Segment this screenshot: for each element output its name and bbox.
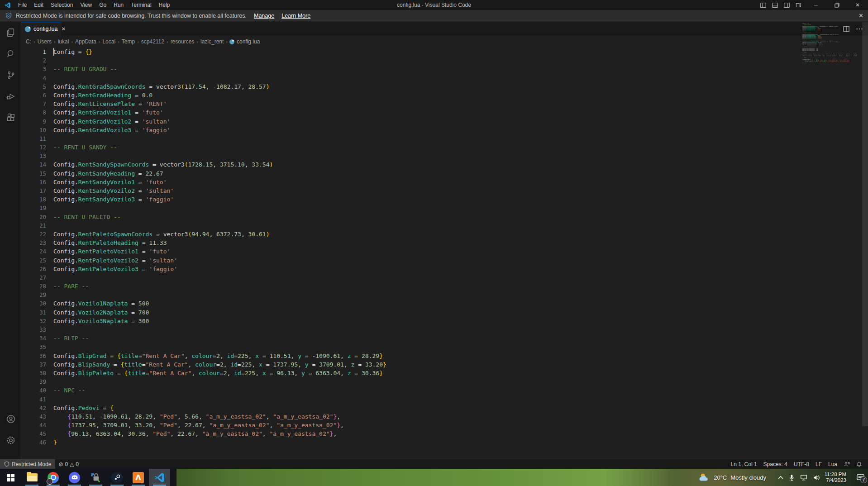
code-line-13[interactable]: 13 <box>21 152 868 160</box>
feedback-icon[interactable] <box>840 461 853 467</box>
toggle-sidebar-icon[interactable] <box>760 2 766 8</box>
menu-view[interactable]: View <box>76 0 95 10</box>
notifications-bell-icon[interactable] <box>853 461 865 467</box>
code-line-8[interactable]: 8Config.RentGradVozilo1 = 'futo' <box>21 108 868 117</box>
code-line-32[interactable]: 32Config.Vozilo3Naplata = 300 <box>21 317 868 325</box>
menu-run[interactable]: Run <box>110 0 127 10</box>
code-line-18[interactable]: 18Config.RentSandyVozilo3 = 'faggio' <box>21 195 868 204</box>
code-line-4[interactable]: 4 <box>21 74 868 82</box>
breadcrumb-item[interactable]: C: <box>25 38 32 45</box>
breadcrumb-item[interactable]: lazic_rent <box>200 38 224 45</box>
code-line-34[interactable]: 34-- BLIP -- <box>21 334 868 343</box>
file-explorer-icon[interactable] <box>21 469 43 486</box>
restore-button[interactable] <box>826 0 847 10</box>
breadcrumb-item[interactable]: Local <box>102 38 116 45</box>
notification-center[interactable]: 7 <box>853 469 868 486</box>
code-line-21[interactable]: 21 <box>21 221 868 230</box>
lock-transfer-app-icon[interactable] <box>85 469 106 486</box>
toggle-panel-icon[interactable] <box>772 2 778 8</box>
menu-selection[interactable]: Selection <box>47 0 76 10</box>
code-line-1[interactable]: 1Config = {} <box>21 48 868 56</box>
chrome-icon[interactable] <box>43 469 64 486</box>
breadcrumb-item[interactable]: AppData <box>75 38 97 45</box>
microphone-icon[interactable] <box>789 474 794 481</box>
code-line-22[interactable]: 22Config.RentPaletoSpawnCoords = vector3… <box>21 230 868 238</box>
code-line-28[interactable]: 28-- PARE -- <box>21 282 868 291</box>
encoding-status[interactable]: UTF-8 <box>791 461 812 467</box>
vertical-scrollbar[interactable] <box>862 22 868 426</box>
source-control-icon[interactable] <box>0 64 21 86</box>
close-window-button[interactable]: ✕ <box>847 0 868 10</box>
tab-config-lua[interactable]: config.lua ✕ <box>21 22 62 36</box>
tray-chevron-icon[interactable] <box>778 476 783 479</box>
code-line-26[interactable]: 26Config.RentPaletoVozilo3 = 'faggio' <box>21 265 868 273</box>
breadcrumb-item[interactable]: Users <box>37 38 52 45</box>
cursor-position-status[interactable]: Ln 1, Col 1 <box>728 461 760 467</box>
breadcrumb-file[interactable]: config.lua <box>229 38 260 45</box>
code-line-29[interactable]: 29 <box>21 291 868 299</box>
code-line-5[interactable]: 5Config.RentGradSpawnCoords = vector3(11… <box>21 82 868 91</box>
start-button[interactable] <box>0 469 21 486</box>
extensions-icon[interactable] <box>0 107 21 128</box>
code-line-43[interactable]: 43 {110.51, -1090.61, 28.29, "Ped", 5.66… <box>21 412 868 421</box>
code-line-42[interactable]: 42Config.Pedovi = { <box>21 404 868 412</box>
breadcrumb-item[interactable]: scp42112 <box>141 38 165 45</box>
code-line-38[interactable]: 38Config.BlipPaleto = {title="Rent A Car… <box>21 369 868 377</box>
settings-gear-icon[interactable] <box>0 429 21 451</box>
code-line-37[interactable]: 37Config.BlipSandy = {title="Rent A Car"… <box>21 360 868 369</box>
breadcrumb-item[interactable]: lukal <box>57 38 70 45</box>
run-debug-icon[interactable] <box>0 86 21 107</box>
code-line-11[interactable]: 11 <box>21 134 868 143</box>
discord-icon[interactable] <box>64 469 85 486</box>
manage-link[interactable]: Manage <box>254 13 274 19</box>
toggle-secondary-sidebar-icon[interactable] <box>784 2 790 8</box>
code-line-15[interactable]: 15Config.RentSandyHeading = 22.67 <box>21 169 868 178</box>
code-line-46[interactable]: 46} <box>21 438 868 447</box>
code-line-36[interactable]: 36Config.BlipGrad = {title="Rent A Car",… <box>21 352 868 360</box>
minimap[interactable]: Config = {}-- RENT U GRADU --Config.Rent… <box>802 23 862 385</box>
code-line-17[interactable]: 17Config.RentSandyVozilo2 = 'sultan' <box>21 186 868 195</box>
network-icon[interactable] <box>800 475 807 481</box>
speaker-icon[interactable] <box>813 475 820 481</box>
clock[interactable]: 11:28 PM 7/4/2023 <box>825 472 846 483</box>
code-line-2[interactable]: 2 <box>21 56 868 65</box>
code-line-24[interactable]: 24Config.RentPaletoVozilo1 = 'futo' <box>21 247 868 256</box>
code-line-41[interactable]: 41 <box>21 395 868 404</box>
steam-icon[interactable] <box>106 469 128 486</box>
breadcrumb-item[interactable]: resources <box>170 38 195 45</box>
code-line-30[interactable]: 30Config.Vozilo1Naplata = 500 <box>21 299 868 308</box>
code-line-33[interactable]: 33 <box>21 325 868 334</box>
code-line-23[interactable]: 23Config.RentPaletoHeading = 11.33 <box>21 238 868 247</box>
search-icon[interactable] <box>0 43 21 64</box>
code-line-31[interactable]: 31Config.Vozilo2Naplata = 700 <box>21 308 868 317</box>
eol-status[interactable]: LF <box>812 461 825 467</box>
menu-go[interactable]: Go <box>95 0 110 10</box>
indentation-status[interactable]: Spaces: 4 <box>760 461 791 467</box>
orange-a-app-icon[interactable]: Λ <box>128 469 149 486</box>
weather-widget[interactable]: 20°C Mostly cloudy <box>698 469 766 486</box>
explorer-icon[interactable] <box>0 22 21 43</box>
code-line-12[interactable]: 12-- RENT U SANDY -- <box>21 143 868 152</box>
code-line-6[interactable]: 6Config.RentGradHeading = 0.0 <box>21 91 868 100</box>
code-line-35[interactable]: 35 <box>21 343 868 351</box>
code-line-40[interactable]: 40-- NPC -- <box>21 386 868 395</box>
menu-help[interactable]: Help <box>155 0 174 10</box>
menu-terminal[interactable]: Terminal <box>127 0 155 10</box>
code-line-19[interactable]: 19 <box>21 204 868 212</box>
vscode-taskbar-icon[interactable] <box>149 469 170 486</box>
code-line-27[interactable]: 27 <box>21 273 868 282</box>
code-line-45[interactable]: 45 {96.13, 6363.04, 30.36, "Ped", 22.67,… <box>21 429 868 438</box>
code-line-39[interactable]: 39 <box>21 377 868 386</box>
code-line-3[interactable]: 3-- RENT U GRADU -- <box>21 65 868 73</box>
minimize-button[interactable]: ─ <box>806 0 826 10</box>
breadcrumb-item[interactable]: Temp <box>121 38 135 45</box>
code-line-16[interactable]: 16Config.RentSandyVozilo1 = 'futo' <box>21 178 868 186</box>
tab-close-icon[interactable]: ✕ <box>62 26 66 32</box>
code-editor[interactable]: 1Config = {}23-- RENT U GRADU --45Config… <box>21 48 868 459</box>
code-line-7[interactable]: 7Config.RentLicensePlate = 'RENT' <box>21 100 868 108</box>
language-mode-status[interactable]: Lua <box>825 461 840 467</box>
menu-edit[interactable]: Edit <box>30 0 47 10</box>
code-line-9[interactable]: 9Config.RentGradVozilo2 = 'sultan' <box>21 117 868 126</box>
code-line-25[interactable]: 25Config.RentPaletoVozilo2 = 'sultan' <box>21 256 868 265</box>
menu-file[interactable]: File <box>14 0 30 10</box>
